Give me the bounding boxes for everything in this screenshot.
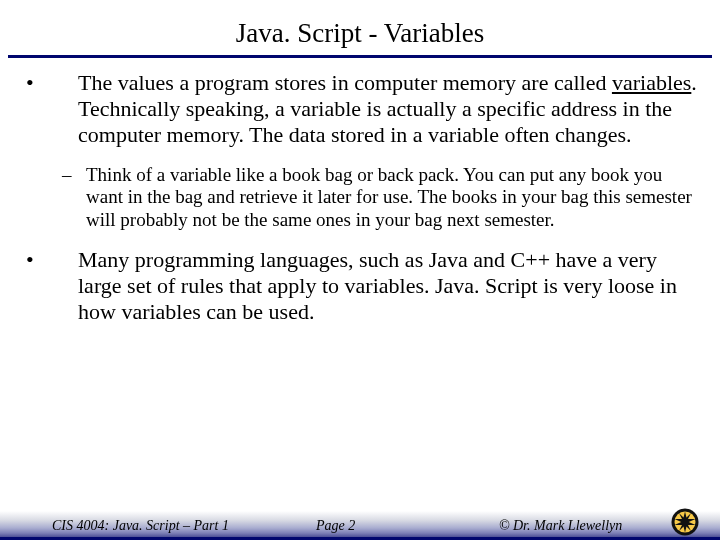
sub-bullet-text-1: Think of a variable like a book bag or b… [64,164,700,231]
slide-title: Java. Script - Variables [0,0,720,55]
slide-content: • The values a program stores in compute… [0,60,720,325]
bullet-marker: • [20,70,78,148]
ucf-logo-icon [670,507,700,537]
bullet1-pre: The values a program stores in computer … [78,70,612,95]
footer: CIS 4004: Java. Script – Part 1 Page 2 ©… [0,511,720,540]
title-rule [8,55,712,58]
footer-page: Page 2 [316,518,499,534]
bullet-text-2: Many programming languages, such as Java… [78,247,700,325]
bullet-marker: • [20,247,78,325]
bullet1-underlined: variables [612,70,691,95]
footer-course: CIS 4004: Java. Script – Part 1 [52,518,316,534]
dash-marker: – [20,164,64,231]
slide: Java. Script - Variables • The values a … [0,0,720,540]
footer-content: CIS 4004: Java. Script – Part 1 Page 2 ©… [0,518,720,534]
bullet-text-1: The values a program stores in computer … [78,70,700,148]
bullet-item-1: • The values a program stores in compute… [20,70,700,148]
bullet-item-2: • Many programming languages, such as Ja… [20,247,700,325]
sub-bullet-item-1: – Think of a variable like a book bag or… [20,164,700,231]
